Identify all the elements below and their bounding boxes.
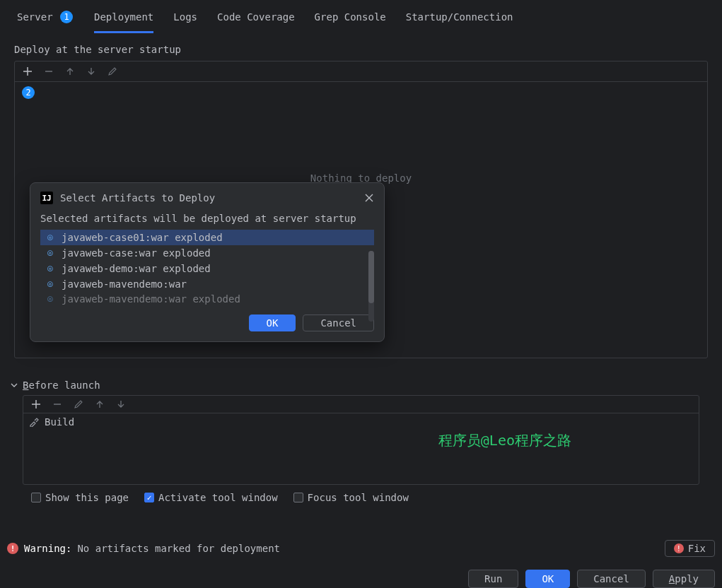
dialog-cancel-button[interactable]: Cancel [303, 314, 374, 331]
select-artifacts-dialog: IJ Select Artifacts to Deploy Selected a… [30, 182, 385, 342]
checkbox-label: Activate tool window [158, 492, 278, 503]
checkbox-icon [293, 493, 303, 502]
checkbox-icon [31, 493, 41, 502]
checkbox-label: Focus tool window [308, 492, 409, 503]
artifact-icon: ⌾ [45, 293, 56, 305]
artifact-icon: ⌾ [45, 278, 56, 290]
hammer-icon [29, 417, 39, 427]
warning-message: No artifacts marked for deployment [77, 543, 280, 554]
tab-deployment[interactable]: Deployment [94, 7, 153, 33]
artifact-label: javaweb-mavendemo:war exploded [62, 293, 240, 305]
watermark-text: 程序员@Leo程序之路 [438, 431, 571, 450]
checkbox-label: Show this page [45, 492, 129, 503]
tab-startup-connection[interactable]: Startup/Connection [406, 7, 513, 33]
artifact-item[interactable]: ⌾ javaweb-case01:war exploded [40, 230, 374, 245]
ok-button[interactable]: OK [525, 570, 570, 588]
run-button[interactable]: Run [468, 570, 518, 588]
artifact-list: ⌾ javaweb-case01:war exploded ⌾ javaweb-… [40, 230, 374, 306]
artifact-item[interactable]: ⌾ javaweb-mavendemo:war exploded [40, 292, 374, 306]
remove-icon [52, 399, 63, 410]
before-launch-toolbar [23, 396, 699, 413]
checkbox-icon [144, 493, 154, 502]
tab-label: Server [17, 11, 53, 23]
annotation-badge-2: 2 [22, 86, 35, 99]
intellij-icon: IJ [40, 192, 53, 204]
tab-logs[interactable]: Logs [173, 7, 197, 33]
tab-code-coverage[interactable]: Code Coverage [217, 7, 295, 33]
dialog-titlebar: IJ Select Artifacts to Deploy [30, 183, 384, 210]
annotation-badge-1: 1 [60, 11, 73, 23]
fix-button[interactable]: ! Fix [665, 540, 715, 557]
bulb-icon: ! [674, 543, 684, 553]
deploy-toolbar [15, 61, 707, 82]
dialog-title: Select Artifacts to Deploy [60, 192, 215, 204]
bottom-button-bar: Run OK Cancel Apply [0, 563, 722, 588]
add-icon[interactable] [30, 399, 42, 410]
warning-label: Warning: [24, 543, 71, 554]
apply-button[interactable]: Apply [653, 570, 715, 588]
config-tabs: Server 1 Deployment Logs Code Coverage G… [0, 0, 722, 34]
artifact-item[interactable]: ⌾ javaweb-case:war exploded [40, 245, 374, 261]
artifact-label: javaweb-demo:war exploded [62, 263, 211, 274]
artifact-label: javaweb-case01:war exploded [62, 232, 223, 243]
dialog-subtitle: Selected artifacts will be deployed at s… [30, 210, 384, 230]
chevron-down-icon[interactable] [10, 381, 18, 389]
artifact-label: javaweb-mavendemo:war [62, 278, 187, 290]
artifact-item[interactable]: ⌾ javaweb-mavendemo:war [40, 276, 374, 292]
fix-label: Fix [688, 543, 706, 554]
artifact-icon: ⌾ [45, 247, 56, 259]
before-launch-panel: Build 程序员@Leo程序之路 [23, 395, 699, 485]
tab-grep-console[interactable]: Grep Console [315, 7, 386, 33]
artifact-label: javaweb-case:war exploded [62, 247, 211, 259]
before-launch-section: Before launch Build 程序员@Le [0, 380, 722, 510]
artifact-icon: ⌾ [45, 232, 56, 243]
error-icon: ! [7, 543, 18, 554]
build-label: Build [45, 416, 74, 428]
focus-tool-window-checkbox[interactable]: Focus tool window [293, 492, 409, 503]
scrollbar-thumb[interactable] [368, 251, 374, 303]
remove-icon [43, 66, 54, 77]
close-icon[interactable] [364, 193, 374, 203]
activate-tool-window-checkbox[interactable]: Activate tool window [144, 492, 278, 503]
down-icon [115, 399, 127, 410]
launch-options: Show this page Activate tool window Focu… [0, 485, 722, 510]
add-icon[interactable] [22, 66, 33, 77]
artifact-item[interactable]: ⌾ javaweb-demo:war exploded [40, 261, 374, 276]
show-this-page-checkbox[interactable]: Show this page [31, 492, 129, 503]
dialog-ok-button[interactable]: OK [249, 314, 296, 331]
up-icon [94, 399, 105, 410]
up-icon [64, 66, 76, 77]
before-launch-title: Before launch [23, 380, 100, 391]
deploy-section-title: Deploy at the server startup [0, 34, 722, 61]
edit-icon [73, 399, 84, 410]
before-launch-build-item[interactable]: Build [23, 413, 699, 430]
warning-bar: ! Warning: No artifacts marked for deplo… [0, 534, 722, 563]
dialog-buttons: OK Cancel [30, 306, 384, 341]
tab-server[interactable]: Server 1 [17, 7, 74, 33]
artifact-icon: ⌾ [45, 263, 56, 274]
cancel-button[interactable]: Cancel [577, 570, 646, 588]
edit-icon [107, 66, 118, 77]
down-icon [86, 66, 97, 77]
